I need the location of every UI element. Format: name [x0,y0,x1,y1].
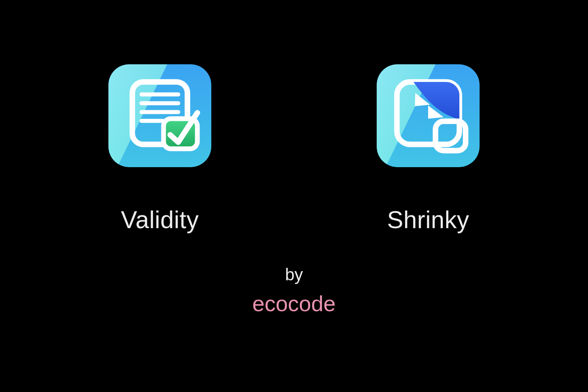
validity-icon [108,64,211,167]
credit-name: ecocode [0,291,588,316]
credit-by: by [0,265,588,284]
app-label-shrinky: Shrinky [387,206,469,234]
credit-block: by ecocode [0,265,588,316]
app-card-validity: Validity [105,64,215,234]
apps-row: Validity [0,64,588,234]
app-card-shrinky: Shrinky [373,64,483,234]
stage: Validity [0,0,588,392]
app-label-validity: Validity [121,206,199,234]
shrinky-icon [377,64,480,167]
